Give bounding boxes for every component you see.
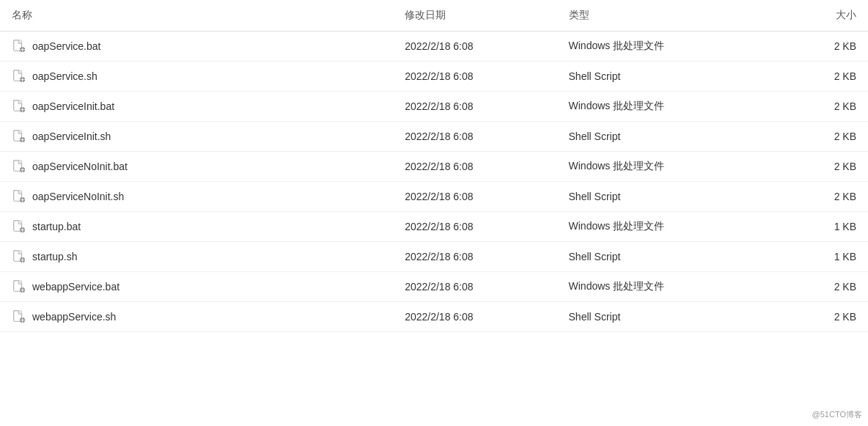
file-date: 2022/2/18 6:08 <box>393 62 556 92</box>
file-icon <box>12 129 26 144</box>
file-date: 2022/2/18 6:08 <box>393 92 556 122</box>
file-name: startup.sh <box>32 251 77 262</box>
file-type: Windows 批处理文件 <box>557 212 770 242</box>
file-date: 2022/2/18 6:08 <box>393 122 556 152</box>
table-row[interactable]: webappService.bat 2022/2/18 6:08Windows … <box>0 272 868 302</box>
file-name-cell: oapServiceInit.bat <box>0 92 393 122</box>
watermark: @51CTO博客 <box>812 409 862 420</box>
file-icon <box>12 39 26 54</box>
table-row[interactable]: startup.bat 2022/2/18 6:08Windows 批处理文件1… <box>0 212 868 242</box>
table-row[interactable]: startup.sh 2022/2/18 6:08Shell Script1 K… <box>0 242 868 272</box>
file-type: Shell Script <box>557 302 770 332</box>
header-date[interactable]: 修改日期 <box>393 0 556 32</box>
file-size: 2 KB <box>770 182 868 212</box>
file-size: 2 KB <box>770 92 868 122</box>
file-icon <box>12 309 26 324</box>
table-row[interactable]: webappService.sh 2022/2/18 6:08Shell Scr… <box>0 302 868 332</box>
file-size: 2 KB <box>770 272 868 302</box>
file-name: oapServiceInit.bat <box>32 100 114 112</box>
file-date: 2022/2/18 6:08 <box>393 242 556 272</box>
file-type: Shell Script <box>557 182 770 212</box>
file-name: webappService.bat <box>32 281 119 293</box>
file-size: 2 KB <box>770 302 868 332</box>
file-type: Windows 批处理文件 <box>557 32 770 62</box>
file-icon <box>12 219 26 234</box>
table-row[interactable]: oapService.bat 2022/2/18 6:08Windows 批处理… <box>0 32 868 62</box>
file-name: webappService.sh <box>32 311 116 323</box>
file-size: 1 KB <box>770 242 868 272</box>
file-name: oapServiceNoInit.bat <box>32 161 128 172</box>
file-name: oapServiceInit.sh <box>32 131 111 142</box>
file-type: Shell Script <box>557 62 770 92</box>
file-icon <box>12 279 26 294</box>
header-size[interactable]: 大小 <box>770 0 868 32</box>
svg-point-14 <box>21 169 23 171</box>
file-name-cell: oapService.sh <box>0 62 393 92</box>
svg-point-26 <box>21 289 23 291</box>
header-type[interactable]: 类型 <box>557 0 770 32</box>
file-name: oapService.sh <box>32 70 98 82</box>
file-date: 2022/2/18 6:08 <box>393 302 556 332</box>
svg-point-20 <box>21 229 23 231</box>
table-row[interactable]: oapServiceNoInit.bat 2022/2/18 6:08Windo… <box>0 152 868 182</box>
file-name-cell: startup.bat <box>0 212 393 242</box>
file-date: 2022/2/18 6:08 <box>393 182 556 212</box>
header-name[interactable]: 名称 <box>0 0 393 32</box>
svg-point-17 <box>21 199 23 201</box>
table-row[interactable]: oapServiceNoInit.sh 2022/2/18 6:08Shell … <box>0 182 868 212</box>
file-size: 2 KB <box>770 32 868 62</box>
file-name: oapServiceNoInit.sh <box>32 191 124 202</box>
file-size: 1 KB <box>770 212 868 242</box>
file-name-cell: startup.sh <box>0 242 393 272</box>
file-name-cell: oapServiceInit.sh <box>0 122 393 152</box>
file-date: 2022/2/18 6:08 <box>393 152 556 182</box>
file-name-cell: oapServiceNoInit.sh <box>0 182 393 212</box>
file-date: 2022/2/18 6:08 <box>393 272 556 302</box>
svg-point-11 <box>21 139 23 141</box>
file-name-cell: webappService.bat <box>0 272 393 302</box>
file-name-cell: oapServiceNoInit.bat <box>0 152 393 182</box>
file-icon <box>12 159 26 174</box>
file-name-cell: oapService.bat <box>0 32 393 62</box>
file-icon <box>12 69 26 84</box>
file-type: Shell Script <box>557 242 770 272</box>
file-date: 2022/2/18 6:08 <box>393 212 556 242</box>
table-row[interactable]: oapService.sh 2022/2/18 6:08Shell Script… <box>0 62 868 92</box>
file-name: startup.bat <box>32 221 81 232</box>
file-size: 2 KB <box>770 152 868 182</box>
svg-point-8 <box>21 109 23 111</box>
file-list-table: 名称 修改日期 类型 大小 oapService.bat 2022/2/18 6… <box>0 0 868 332</box>
file-type: Windows 批处理文件 <box>557 92 770 122</box>
file-icon <box>12 189 26 204</box>
file-size: 2 KB <box>770 62 868 92</box>
svg-point-29 <box>21 319 23 321</box>
file-icon <box>12 99 26 114</box>
file-type: Windows 批处理文件 <box>557 272 770 302</box>
svg-point-23 <box>21 259 23 261</box>
file-type: Windows 批处理文件 <box>557 152 770 182</box>
svg-point-2 <box>21 48 23 51</box>
table-row[interactable]: oapServiceInit.sh 2022/2/18 6:08Shell Sc… <box>0 122 868 152</box>
file-date: 2022/2/18 6:08 <box>393 32 556 62</box>
svg-point-5 <box>21 78 23 81</box>
file-name: oapService.bat <box>32 40 100 52</box>
file-size: 2 KB <box>770 122 868 152</box>
table-row[interactable]: oapServiceInit.bat 2022/2/18 6:08Windows… <box>0 92 868 122</box>
file-name-cell: webappService.sh <box>0 302 393 332</box>
file-icon <box>12 249 26 264</box>
file-type: Shell Script <box>557 122 770 152</box>
